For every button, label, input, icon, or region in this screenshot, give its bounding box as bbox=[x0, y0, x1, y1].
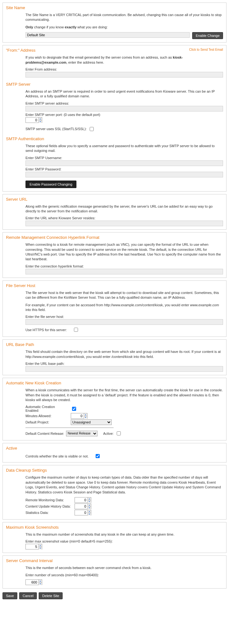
remote-title: Remote Management Connection Hyperlink F… bbox=[6, 235, 223, 240]
divider bbox=[25, 428, 114, 428]
smtp-pass-input[interactable] bbox=[25, 172, 223, 177]
file-server-desc1: The file server host is the web server t… bbox=[25, 290, 223, 300]
minutes-input[interactable]: ▲▼ bbox=[71, 413, 87, 419]
base-path-title: URL Base Path bbox=[6, 342, 223, 347]
server-url-desc: Along with the generic notification mess… bbox=[25, 204, 223, 214]
remote-panel: Remote Management Connection Hyperlink F… bbox=[3, 232, 226, 278]
screenshots-label: Enter max screenshot value (min=0 defaul… bbox=[25, 539, 223, 543]
cleanup-panel: Data Cleanup Settings Configure the maxi… bbox=[3, 465, 226, 520]
https-label: Use HTTPS for this server: bbox=[25, 328, 67, 332]
delete-site-button[interactable]: Delete Site bbox=[39, 592, 63, 599]
smtp-addr-label: Enter SMTP server address: bbox=[25, 101, 223, 105]
file-server-panel: File Server Host The file server host is… bbox=[3, 280, 226, 337]
auto-enabled-checkbox[interactable] bbox=[72, 407, 76, 411]
base-path-panel: URL Base Path This field should contain … bbox=[3, 339, 226, 375]
file-server-input[interactable] bbox=[25, 319, 223, 325]
bottom-bar: Save Cancel Delete Site bbox=[3, 591, 226, 602]
remote-desc: When connecting to a kiosk for remote ma… bbox=[25, 242, 223, 262]
active-panel: Active Controls whether the site is visi… bbox=[3, 443, 226, 463]
smtp-desc: An address of an SMTP server is required… bbox=[25, 89, 223, 99]
release-active-checkbox[interactable] bbox=[117, 431, 121, 435]
smtp-auth-desc: These optional fields allow you to speci… bbox=[25, 144, 223, 153]
stats-data-input[interactable]: ▲▼ bbox=[75, 510, 91, 515]
content-data-input[interactable]: ▲▼ bbox=[75, 503, 91, 509]
smtp-title: SMTP Server bbox=[6, 82, 223, 87]
https-checkbox[interactable] bbox=[74, 328, 78, 332]
auto-kiosk-panel: Automatic New Kiosk Creation When a kios… bbox=[3, 378, 226, 440]
active-label: Active: bbox=[103, 432, 114, 435]
auto-kiosk-title: Automatic New Kiosk Creation bbox=[6, 381, 223, 385]
cleanup-desc: Configure the maximum number of days to … bbox=[25, 475, 223, 495]
screenshots-desc: This is the maximum number of screenshot… bbox=[25, 532, 223, 537]
down-arrow-icon[interactable]: ▼ bbox=[39, 120, 42, 123]
email-panel: Click to Send Test Email "From:" Address… bbox=[3, 45, 226, 191]
active-checkbox[interactable] bbox=[96, 454, 100, 458]
file-server-title: File Server Host bbox=[6, 283, 223, 288]
site-name-panel: Site Name The Site Name is a VERY CRITIC… bbox=[3, 3, 226, 43]
save-button[interactable]: Save bbox=[3, 592, 17, 599]
project-label: Default Project: bbox=[25, 420, 69, 424]
smtp-user-label: Enter SMTP Username: bbox=[25, 156, 223, 160]
remote-data-input[interactable]: ▲▼ bbox=[75, 497, 91, 503]
site-name-input[interactable] bbox=[25, 32, 190, 38]
site-name-desc2: Only change if you know exactly what you… bbox=[25, 25, 223, 30]
down-arrow-icon[interactable]: ▼ bbox=[88, 500, 91, 503]
up-arrow-icon[interactable]: ▲ bbox=[39, 118, 42, 120]
smtp-pass-label: Enter SMTP Password: bbox=[25, 167, 223, 171]
down-arrow-icon[interactable]: ▼ bbox=[88, 507, 91, 509]
site-name-desc1: The Site Name is a VERY CRITICAL part of… bbox=[25, 13, 223, 22]
up-arrow-icon[interactable]: ▲ bbox=[88, 504, 91, 507]
from-label: Enter From address: bbox=[25, 67, 223, 71]
release-label: Default Content Release: bbox=[25, 432, 64, 435]
up-arrow-icon[interactable]: ▲ bbox=[88, 510, 91, 513]
up-arrow-icon[interactable]: ▲ bbox=[39, 580, 42, 583]
down-arrow-icon[interactable]: ▼ bbox=[39, 547, 42, 549]
screenshots-panel: Maximum Kiosk Screenshots This is the ma… bbox=[3, 522, 226, 553]
remote-label: Enter the connection hyperlink format: bbox=[25, 264, 223, 268]
auto-kiosk-desc: When a kiosk communicates with the serve… bbox=[25, 388, 223, 402]
cleanup-title: Data Cleanup Settings bbox=[6, 468, 223, 473]
release-select[interactable]: Newest Release bbox=[66, 431, 98, 436]
auto-enabled-label: Automatic Creation Enabled: bbox=[25, 405, 69, 412]
up-arrow-icon[interactable]: ▲ bbox=[39, 544, 42, 547]
interval-title: Server Command Interval bbox=[6, 558, 223, 563]
cancel-button[interactable]: Cancel bbox=[19, 592, 37, 599]
smtp-addr-input[interactable] bbox=[25, 106, 223, 112]
server-url-input[interactable] bbox=[25, 221, 223, 226]
remote-data-label: Remote Monitoring Data: bbox=[25, 498, 73, 502]
server-url-panel: Server URL Along with the generic notifi… bbox=[3, 194, 226, 230]
enable-password-button[interactable]: Enable Password Changing bbox=[25, 181, 76, 188]
smtp-auth-title: SMTP Authentication bbox=[6, 136, 223, 141]
screenshots-input[interactable]: ▲▼ bbox=[25, 544, 42, 549]
interval-input[interactable]: ▲▼ bbox=[25, 579, 42, 585]
minutes-label: Minutes Allowed: bbox=[25, 414, 69, 418]
smtp-port-input[interactable]: ▲▼ bbox=[25, 117, 42, 123]
server-url-title: Server URL bbox=[6, 197, 223, 202]
active-desc: Controls whether the site is visible or … bbox=[25, 454, 89, 458]
smtp-port-label: Enter SMTP server port: (0 uses the defa… bbox=[25, 113, 223, 117]
from-desc: If you wish to designate that the email … bbox=[25, 55, 223, 65]
send-test-email-link[interactable]: Click to Send Test Email bbox=[189, 48, 223, 51]
site-name-title: Site Name bbox=[6, 5, 223, 10]
down-arrow-icon[interactable]: ▼ bbox=[39, 583, 42, 585]
project-select[interactable]: Unassigned bbox=[71, 419, 112, 425]
stats-data-label: Statistics Data: bbox=[25, 511, 73, 515]
interval-label: Enter number of seconds (min=60 max=8640… bbox=[25, 573, 223, 577]
down-arrow-icon[interactable]: ▼ bbox=[88, 513, 91, 515]
from-input[interactable] bbox=[25, 72, 223, 78]
smtp-user-input[interactable] bbox=[25, 160, 223, 166]
server-url-label: Enter the URL where Kioware Server resid… bbox=[25, 216, 223, 220]
smtp-ssl-label: SMTP server uses SSL (StartTLS/SSL): bbox=[25, 127, 87, 131]
up-arrow-icon[interactable]: ▲ bbox=[84, 413, 87, 416]
smtp-ssl-checkbox[interactable] bbox=[90, 127, 94, 131]
enable-change-button[interactable]: Enable Change bbox=[192, 32, 223, 39]
active-title: Active bbox=[6, 446, 223, 451]
down-arrow-icon[interactable]: ▼ bbox=[84, 416, 87, 419]
interval-desc: This is the number of seconds between ea… bbox=[25, 566, 223, 570]
up-arrow-icon[interactable]: ▲ bbox=[88, 497, 91, 500]
base-path-input[interactable] bbox=[25, 366, 223, 372]
screenshots-title: Maximum Kiosk Screenshots bbox=[6, 525, 223, 530]
interval-panel: Server Command Interval This is the numb… bbox=[3, 555, 226, 588]
remote-input[interactable] bbox=[25, 269, 223, 274]
base-path-desc: This field should contain the directory … bbox=[25, 349, 223, 359]
